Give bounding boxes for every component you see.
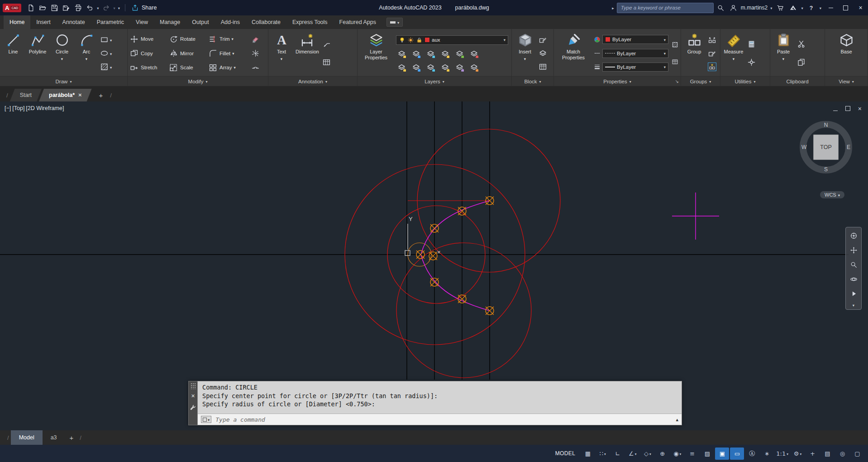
file-tab-close-icon[interactable]	[78, 92, 82, 98]
full-navigation-wheel-button[interactable]	[847, 229, 860, 242]
quick-calc-button[interactable]	[747, 40, 756, 48]
search-icon[interactable]	[715, 2, 726, 14]
stretch-button[interactable]: Stretch	[129, 62, 168, 73]
ungroup-button[interactable]	[708, 35, 716, 44]
compass-west[interactable]: W	[801, 144, 806, 150]
viewport-controls-menu[interactable]: [−]	[5, 105, 11, 111]
properties-dialog-launcher[interactable]	[675, 78, 679, 84]
line-button[interactable]: Line	[1, 30, 25, 76]
tab-express-tools[interactable]: Express Tools	[286, 15, 334, 29]
drawing-viewport[interactable]: Y× [−] [Top] [2D Wireframe] N E S W TOP …	[0, 101, 868, 430]
text-button[interactable]: Text	[270, 30, 293, 76]
move-button[interactable]: Move	[129, 34, 168, 45]
lineweight-select[interactable]: ByLayer	[602, 63, 668, 72]
panel-label-view[interactable]: View	[825, 76, 868, 86]
command-close-icon[interactable]	[191, 393, 195, 399]
insert-block-button[interactable]: Insert	[513, 30, 537, 76]
ortho-icon[interactable]: ∟	[610, 448, 625, 460]
annotation-monitor-icon[interactable]: +	[806, 448, 820, 460]
viewport-view-menu[interactable]: [Top]	[12, 105, 24, 111]
tab-output[interactable]: Output	[186, 15, 215, 29]
trim-button[interactable]: Trim	[208, 34, 249, 45]
model-space-button[interactable]: MODEL	[550, 450, 581, 457]
drawing-restore-icon[interactable]	[845, 106, 850, 112]
plot-icon[interactable]	[72, 2, 83, 14]
scale-button[interactable]: Scale	[168, 62, 208, 73]
polar-tracking-icon[interactable]: ∠	[625, 448, 639, 460]
save-icon[interactable]	[49, 2, 60, 14]
tab-annotate[interactable]: Annotate	[57, 15, 91, 29]
redo-icon[interactable]	[100, 2, 111, 14]
autodesk-icon[interactable]	[787, 2, 798, 14]
layer-unisolate-icon[interactable]	[412, 63, 420, 72]
compass-south[interactable]: S	[824, 166, 828, 173]
layer-match-icon[interactable]	[470, 49, 478, 58]
redo-caret-icon[interactable]	[112, 5, 116, 10]
panel-label-draw[interactable]: Draw	[0, 76, 127, 86]
viewport-visual-style-menu[interactable]: [2D Wireframe]	[26, 105, 64, 111]
username[interactable]: m.martins2	[741, 5, 768, 11]
app-store-icon[interactable]	[775, 2, 786, 14]
layout-tab-model[interactable]: Model	[11, 430, 43, 445]
open-icon[interactable]	[37, 2, 48, 14]
layer-thaw-icon[interactable]	[426, 63, 435, 72]
panel-label-properties[interactable]: Properties	[554, 76, 681, 86]
layer-isolate-icon[interactable]	[412, 49, 420, 58]
object-snap-icon[interactable]: ◉	[670, 448, 684, 460]
rectangle-button[interactable]	[100, 35, 112, 44]
drawing-minimize-icon[interactable]	[833, 106, 838, 112]
edit-attributes-button[interactable]	[539, 35, 547, 44]
help-menu-caret-icon[interactable]	[819, 5, 822, 10]
base-view-button[interactable]: Base	[835, 30, 858, 76]
rotate-button[interactable]: Rotate	[168, 34, 208, 45]
arc-button[interactable]: Arc	[75, 30, 98, 76]
panel-label-groups[interactable]: Groups	[681, 76, 720, 86]
save-as-icon[interactable]	[61, 2, 72, 14]
tab-addins[interactable]: Add-ins	[215, 15, 246, 29]
snap-mode-icon[interactable]: ∷	[596, 448, 610, 460]
close-button[interactable]	[854, 0, 867, 15]
tab-parametric[interactable]: Parametric	[91, 15, 130, 29]
create-block-button[interactable]	[539, 49, 547, 58]
autodesk-menu-caret-icon[interactable]	[800, 5, 804, 10]
copy-clip-button[interactable]	[797, 58, 806, 67]
panel-label-block[interactable]: Block	[512, 76, 553, 86]
group-selection-toggle[interactable]	[708, 63, 716, 71]
minimize-button[interactable]	[824, 0, 837, 15]
help-icon[interactable]	[806, 2, 817, 14]
file-tab-parabola[interactable]: parábola*	[39, 89, 92, 101]
layer-lock-icon[interactable]	[441, 49, 449, 58]
isodraft-icon[interactable]: ◇	[640, 448, 654, 460]
isolate-objects-icon[interactable]: ◎	[835, 448, 849, 460]
tab-home[interactable]: Home	[4, 15, 30, 29]
new-layout-button[interactable]	[65, 434, 78, 442]
mirror-button[interactable]: Mirror	[168, 48, 208, 59]
ribbon-display-toggle[interactable]	[386, 18, 403, 27]
navigation-bar-caret-icon[interactable]	[853, 302, 854, 308]
new-document-icon[interactable]	[25, 2, 36, 14]
tab-featured-apps[interactable]: Featured Apps	[334, 15, 382, 29]
object-color-select[interactable]: ByLayer	[602, 35, 668, 44]
fillet-button[interactable]: Fillet	[208, 48, 249, 59]
showmotion-button[interactable]	[847, 287, 860, 300]
file-tab-start[interactable]: Start	[10, 89, 42, 101]
compass-east[interactable]: E	[847, 144, 850, 150]
compass-north[interactable]: N	[824, 122, 828, 128]
match-properties-button[interactable]: Match Properties	[555, 30, 591, 76]
layer-unlock-icon[interactable]	[441, 63, 449, 72]
share-button[interactable]: Share	[142, 5, 157, 11]
orbit-button[interactable]	[847, 273, 860, 286]
leader-button[interactable]	[322, 40, 331, 48]
measure-button[interactable]: Measure	[722, 30, 745, 76]
tab-insert[interactable]: Insert	[30, 15, 56, 29]
layer-make-current-icon[interactable]	[455, 49, 464, 58]
transparency-button[interactable]	[672, 41, 678, 48]
layer-on-icon[interactable]	[397, 63, 406, 72]
panel-label-utilities[interactable]: Utilities	[720, 76, 770, 86]
grid-icon[interactable]: ▦	[581, 448, 595, 460]
ellipse-button[interactable]	[100, 49, 112, 58]
copy-button[interactable]: Copy	[129, 48, 168, 59]
tab-collaborate[interactable]: Collaborate	[246, 15, 286, 29]
qat-customize-caret-icon[interactable]	[117, 5, 121, 10]
layer-previous-icon[interactable]	[455, 63, 464, 72]
